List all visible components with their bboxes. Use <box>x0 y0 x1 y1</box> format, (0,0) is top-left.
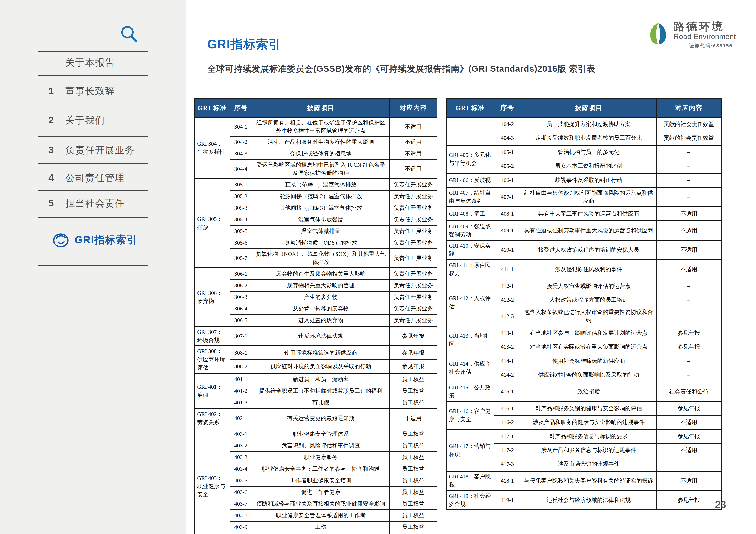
table-row: 403-8职业健康安全管理体系适用的工作者员工权益 <box>195 510 437 521</box>
disclosure-cell: 受保护或经修复的栖息地 <box>252 148 390 160</box>
disclosure-cell: 温室气体减排量 <box>252 225 390 237</box>
disclosure-cell: 从处置中转移的废弃物 <box>252 303 390 315</box>
serial-cell: 306-4 <box>230 303 252 315</box>
correspondence-cell: 负责任开展业务 <box>390 191 437 202</box>
disclosure-cell: 违反社会与经济领域的法律和法规 <box>521 491 657 510</box>
page-number: 23 <box>715 499 726 510</box>
column-header: 序号 <box>230 98 252 117</box>
sidebar-item-about-us[interactable]: 2 关于我们 <box>48 113 169 127</box>
serial-cell: 403-4 <box>230 463 252 475</box>
correspondence-cell: 参见年报 <box>657 326 721 340</box>
disclosure-cell: 使用环境标准筛选的新供应商 <box>252 346 390 360</box>
search-icon[interactable] <box>119 24 140 45</box>
sidebar-item-about-report[interactable]: 关于本报告 <box>48 56 169 69</box>
correspondence-cell: 不适用 <box>390 148 437 160</box>
disclosure-cell: 有当地社区参与、影响评估和发展计划的运营点 <box>521 326 657 340</box>
correspondence-cell: – <box>657 159 721 173</box>
table-row: 306-4从处置中转移的废弃物负责任开展业务 <box>195 303 437 315</box>
disclosure-cell: 结社自由与集体谈判权利可能面临风险的运营点和供应商 <box>521 187 657 207</box>
gri-standard-cell: GRI 417：营销与标识 <box>446 429 494 471</box>
company-name-cn: 路德环境 <box>674 21 748 32</box>
disclosure-cell: 废弃物相关重大影响的管理 <box>252 280 390 291</box>
dash-line <box>736 46 748 46</box>
gri-standard-cell: GRI 406：反歧视 <box>446 173 494 187</box>
table-row: 403-6促进工作者健康员工权益 <box>195 486 437 498</box>
table-row: GRI 416：客户健康与安全416-1对产品和服务类别的健康与安全影响的评估参… <box>446 401 721 415</box>
sidebar-item-gri-index[interactable]: GRI指标索引 <box>52 231 173 249</box>
divider <box>39 75 148 76</box>
serial-cell: 403-3 <box>230 451 252 463</box>
sidebar-item-social-responsibility[interactable]: 5 担当社会责任 <box>48 196 169 210</box>
sidebar-item-responsible-business[interactable]: 3 负责任开展业务 <box>48 143 169 157</box>
sidebar-item-chairman-speech[interactable]: 1 董事长致辞 <box>48 84 169 98</box>
disclosure-cell: 歧视事件及采取的纠正行动 <box>521 173 657 187</box>
table-row: GRI 407：结社自由与集体谈判407-1结社自由与集体谈判权利可能面临风险的… <box>446 187 721 207</box>
correspondence-cell: – <box>657 368 721 382</box>
table-row: GRI 419：社会经济合规419-1违反社会与经济领域的法律和法规参见年报 <box>446 491 721 510</box>
serial-cell: 306-2 <box>230 280 252 291</box>
disclosure-cell: 人权政策或程序方面的员工培训 <box>521 293 657 307</box>
serial-cell: 403-1 <box>230 428 252 440</box>
correspondence-cell: 贡献的社会责任效益 <box>657 117 721 131</box>
disclosure-cell: 职业健康安全事务：工作者的参与、协商和沟通 <box>252 463 390 475</box>
gri-standard-cell: GRI 405：多元化与平等机会 <box>446 145 494 173</box>
serial-cell: 401-2 <box>230 385 252 397</box>
gri-table-right: GRI 标准序号披露项目对应内容404-2员工技能提升方案和过渡协助方案贡献的社… <box>446 98 721 510</box>
correspondence-cell: – <box>657 293 721 307</box>
company-name-en: Road Environment <box>674 32 748 41</box>
sidebar-item-number: 5 <box>48 196 65 210</box>
disclosure-cell: 新进员工和员工流动率 <box>252 373 390 385</box>
serial-cell: 417-3 <box>494 457 521 471</box>
disclosure-cell: 工作者职业健康安全培训 <box>252 475 390 486</box>
serial-cell: 408-1 <box>494 207 521 221</box>
correspondence-cell: 员工权益 <box>390 521 437 533</box>
table-row: 401-3育儿假员工权益 <box>195 397 437 409</box>
correspondence-cell: 贡献的社会责任效益 <box>657 131 721 145</box>
serial-cell: 403-2 <box>230 440 252 451</box>
correspondence-cell: 员工权益 <box>390 385 437 397</box>
serial-cell: 404-2 <box>494 117 521 131</box>
serial-cell: 403-7 <box>230 498 252 510</box>
disclosure-cell: 温室气体排放强度 <box>252 214 390 225</box>
disclosure-cell: 员工技能提升方案和过渡协助方案 <box>521 117 657 131</box>
gri-index-table: GRI 标准序号披露项目对应内容404-2员工技能提升方案和过渡协助方案贡献的社… <box>446 98 721 510</box>
gri-standard-cell: GRI 307：环境合规 <box>195 326 230 346</box>
correspondence-cell: 负责任开展业务 <box>390 249 437 268</box>
correspondence-cell: 负责任开展业务 <box>390 303 437 315</box>
serial-cell: 413-2 <box>494 340 521 354</box>
serial-cell: 306-1 <box>230 268 252 280</box>
table-row: 403-10工作相关的健康问题员工权益 <box>195 533 437 534</box>
disclosure-cell: 提供给全职员工（不包括临时或兼职员工）的福利 <box>252 385 390 397</box>
serial-cell: 308-2 <box>230 360 252 373</box>
column-header: GRI 标准 <box>195 98 230 117</box>
correspondence-cell: 负责任开展业务 <box>390 280 437 291</box>
disclosure-cell: 管治机构与员工的多元化 <box>521 145 657 159</box>
table-row: GRI 401：雇佣401-1新进员工和员工流动率员工权益 <box>195 373 437 385</box>
correspondence-cell <box>657 457 721 471</box>
serial-cell: 417-2 <box>494 443 521 457</box>
serial-cell: 305-7 <box>230 249 252 268</box>
correspondence-cell: 参见年报 <box>390 360 437 373</box>
disclosure-cell: 臭氧消耗物质（ODS）的排放 <box>252 237 390 249</box>
serial-cell: 305-5 <box>230 225 252 237</box>
disclosure-cell: 对当地社区有实际或潜在重大负面影响的运营点 <box>521 340 657 354</box>
correspondence-cell: 员工权益 <box>390 463 437 475</box>
disclosure-cell: 对产品和服务类别的健康与安全影响的评估 <box>521 401 657 415</box>
correspondence-cell: 员工权益 <box>390 451 437 463</box>
serial-cell: 306-3 <box>230 291 252 303</box>
disclosure-cell: 进入处置的废弃物 <box>252 315 390 326</box>
correspondence-cell: 员工权益 <box>390 533 437 534</box>
serial-cell: 415-1 <box>494 382 521 401</box>
correspondence-cell: – <box>657 354 721 368</box>
serial-cell: 304-3 <box>230 148 252 160</box>
divider <box>39 163 148 164</box>
table-row: GRI 408：童工408-1具有重大童工事件风险的运营点和供应商不适用 <box>446 207 721 221</box>
page-subtitle: 全球可持续发展标准委员会(GSSB)发布的《可持续发展报告指南》(GRI Sta… <box>207 63 595 75</box>
sidebar-item-number: 1 <box>48 84 65 98</box>
disclosure-cell: 氮氧化物（NOX）、硫氧化物（SOX）和其他重大气体排放 <box>252 249 390 268</box>
sidebar-item-number: 3 <box>48 143 65 157</box>
gri-standard-cell: GRI 306：废弃物 <box>195 268 230 326</box>
correspondence-cell: 员工权益 <box>390 440 437 451</box>
serial-cell: 407-1 <box>494 187 521 207</box>
sidebar-item-responsibility-management[interactable]: 4 公司责任管理 <box>48 171 169 185</box>
